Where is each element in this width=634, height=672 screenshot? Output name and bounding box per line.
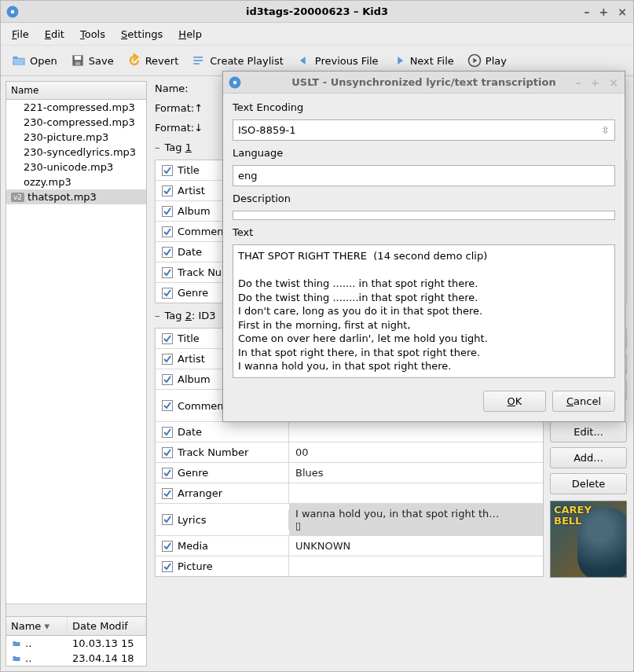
svg-rect-3 bbox=[75, 56, 81, 60]
field-label: Genre bbox=[178, 467, 208, 479]
chevron-updown-icon: ⇳ bbox=[601, 124, 610, 136]
file-item[interactable]: 230-picture.mp3 bbox=[6, 130, 146, 145]
checkbox[interactable] bbox=[162, 374, 173, 385]
checkbox[interactable] bbox=[162, 288, 173, 299]
checkbox[interactable] bbox=[162, 468, 173, 479]
uslt-dialog: USLT - Unsynchronized lyric/text transcr… bbox=[222, 71, 625, 422]
folder-icon bbox=[11, 639, 22, 648]
dir-row[interactable]: ..23.04.14 18 bbox=[6, 651, 146, 666]
checkbox[interactable] bbox=[162, 247, 173, 258]
checkbox[interactable] bbox=[162, 226, 173, 237]
field-value[interactable]: Blues bbox=[289, 463, 543, 483]
field-label: Media bbox=[178, 540, 208, 552]
checkbox[interactable] bbox=[162, 165, 173, 176]
delete-button[interactable]: Delete bbox=[550, 473, 627, 494]
col-name[interactable]: Name ▾ bbox=[6, 617, 68, 635]
field-label: Arranger bbox=[178, 487, 222, 499]
language-label: Language bbox=[233, 147, 615, 159]
language-input[interactable]: eng bbox=[233, 165, 615, 186]
file-item[interactable]: 221-compressed.mp3 bbox=[6, 100, 146, 115]
checkbox[interactable] bbox=[162, 514, 173, 525]
checkbox[interactable] bbox=[162, 185, 173, 196]
file-item-selected[interactable]: v2thatspot.mp3 bbox=[6, 189, 146, 204]
file-item[interactable]: 230-compressed.mp3 bbox=[6, 115, 146, 130]
main-titlebar: id3tags-20000623 – Kid3 – + × bbox=[1, 1, 633, 23]
checkbox[interactable] bbox=[162, 333, 173, 344]
checkbox[interactable] bbox=[162, 267, 173, 278]
checkbox[interactable] bbox=[162, 400, 173, 411]
tag2-row: Arranger bbox=[156, 483, 543, 504]
minimize-icon[interactable]: – bbox=[583, 6, 592, 18]
tag2-row: Picture bbox=[156, 556, 543, 576]
menu-file[interactable]: File bbox=[5, 25, 35, 43]
field-value[interactable] bbox=[289, 563, 543, 571]
folder-icon bbox=[11, 654, 22, 663]
file-list[interactable]: 221-compressed.mp3230-compressed.mp3230-… bbox=[6, 100, 146, 604]
text-label: Text bbox=[233, 226, 615, 238]
previous-file-button[interactable]: Previous File bbox=[291, 49, 384, 72]
menu-settings[interactable]: Settings bbox=[115, 25, 169, 43]
maximize-icon[interactable]: + bbox=[598, 6, 610, 18]
dialog-maximize-icon[interactable]: + bbox=[589, 76, 602, 89]
checkbox[interactable] bbox=[162, 488, 173, 499]
ok-button[interactable]: OK bbox=[483, 391, 546, 412]
checkbox[interactable] bbox=[162, 447, 173, 458]
checkbox[interactable] bbox=[162, 427, 173, 438]
add-button[interactable]: Add... bbox=[550, 447, 627, 468]
v2-badge: v2 bbox=[11, 193, 24, 202]
file-pane: Name 221-compressed.mp3230-compressed.mp… bbox=[5, 81, 147, 666]
play-button[interactable]: Play bbox=[461, 49, 512, 72]
checkbox[interactable] bbox=[162, 354, 173, 365]
tag2-row: LyricsI wanna hold you, in that spot rig… bbox=[156, 504, 543, 536]
name-label: Name: bbox=[155, 83, 210, 94]
field-value[interactable]: I wanna hold you, in that spot right th…… bbox=[289, 504, 543, 535]
tag2-row: GenreBlues bbox=[156, 463, 543, 483]
svg-rect-5 bbox=[194, 57, 203, 58]
create-playlist-button[interactable]: Create Playlist bbox=[185, 49, 289, 72]
save-button[interactable]: Save bbox=[64, 49, 119, 72]
hscroll[interactable] bbox=[6, 604, 146, 616]
file-item[interactable]: 230-syncedlyrics.mp3 bbox=[6, 145, 146, 160]
cancel-button[interactable]: Cancel bbox=[552, 391, 615, 412]
dialog-close-icon[interactable]: × bbox=[607, 76, 620, 89]
dialog-title: USLT - Unsynchronized lyric/text transcr… bbox=[291, 76, 555, 88]
encoding-select[interactable]: ISO-8859-1⇳ bbox=[233, 119, 615, 141]
menu-edit[interactable]: Edit bbox=[38, 25, 71, 43]
close-icon[interactable]: × bbox=[616, 6, 629, 18]
edit-button[interactable]: Edit... bbox=[550, 421, 627, 442]
text-textarea[interactable]: THAT SPOT RIGHT THERE (14 second demo cl… bbox=[233, 244, 615, 378]
menu-help[interactable]: Help bbox=[172, 25, 208, 43]
dir-list: Name ▾ Date Modif ..10.03.13 15..23.04.1… bbox=[6, 616, 146, 666]
field-label: Track Number bbox=[178, 446, 248, 458]
field-value[interactable]: UNKNOWN bbox=[289, 536, 543, 556]
svg-point-10 bbox=[233, 80, 237, 84]
file-item[interactable]: 230-unicode.mp3 bbox=[6, 160, 146, 174]
dir-row[interactable]: ..10.03.13 15 bbox=[6, 636, 146, 651]
file-column-header[interactable]: Name bbox=[6, 82, 146, 100]
checkbox[interactable] bbox=[162, 561, 173, 572]
revert-icon bbox=[126, 53, 142, 68]
folder-open-icon bbox=[11, 53, 27, 68]
field-label: Artist bbox=[178, 353, 205, 365]
menu-tools[interactable]: Tools bbox=[74, 25, 112, 43]
open-button[interactable]: Open bbox=[5, 49, 63, 72]
play-icon bbox=[467, 53, 482, 68]
tag2-row: MediaUNKNOWN bbox=[156, 536, 543, 556]
checkbox[interactable] bbox=[162, 541, 173, 552]
file-item[interactable]: ozzy.mp3 bbox=[6, 174, 146, 189]
next-file-button[interactable]: Next File bbox=[386, 49, 460, 72]
field-value[interactable]: 00 bbox=[289, 442, 543, 462]
svg-rect-4 bbox=[75, 62, 80, 65]
description-input[interactable] bbox=[233, 211, 615, 220]
field-value[interactable] bbox=[289, 490, 543, 498]
col-date[interactable]: Date Modif bbox=[68, 617, 146, 635]
dialog-minimize-icon[interactable]: – bbox=[574, 76, 583, 89]
field-value[interactable] bbox=[289, 428, 543, 436]
field-label: Comment bbox=[178, 226, 228, 237]
menubar: File Edit Tools Settings Help bbox=[1, 23, 633, 45]
description-label: Description bbox=[233, 193, 615, 204]
revert-button[interactable]: Revert bbox=[121, 49, 185, 72]
prev-icon bbox=[296, 53, 312, 68]
album-cover[interactable]: CAREYBELL bbox=[550, 501, 627, 578]
checkbox[interactable] bbox=[162, 206, 173, 217]
